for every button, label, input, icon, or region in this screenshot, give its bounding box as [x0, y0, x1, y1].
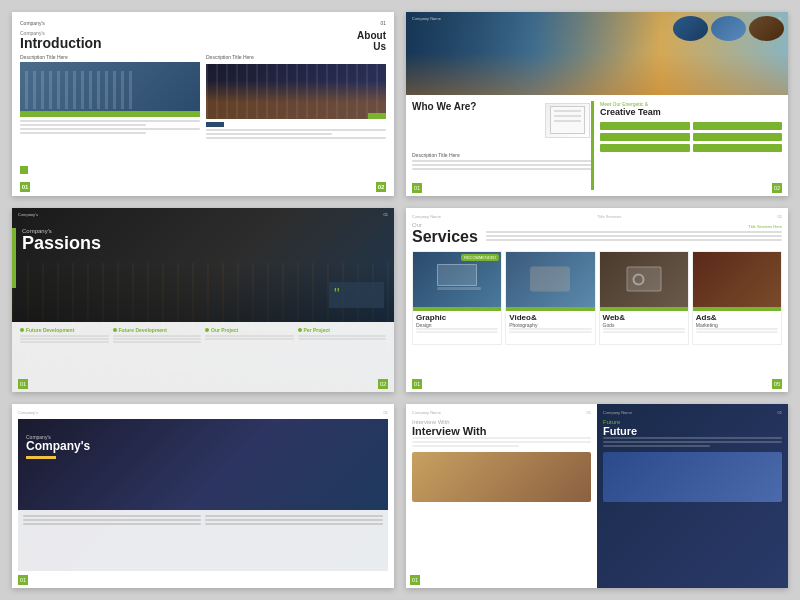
slide4-graphic-name: Graphic [416, 314, 498, 323]
slide2-pg-left: 01 [412, 183, 422, 193]
slide1-right-green-accent [368, 113, 386, 119]
slide3-col4-line-2 [298, 338, 387, 340]
slide1-street-overlay [206, 64, 386, 119]
slide2-team-grid [600, 122, 782, 152]
slide2-team-item-3 [600, 133, 690, 141]
slide5-line-4 [205, 515, 383, 517]
slide1-blue-accent [206, 122, 224, 127]
slide6-future-image [603, 452, 782, 502]
slide1-header: Company's 01 [20, 20, 386, 26]
slide4-services-desc: Title Services Here [486, 222, 782, 246]
slide-interview-future: Company Name 01 Interview With Interview… [406, 404, 788, 588]
slide4-recommended-badge: RECOMMENDED [461, 254, 499, 261]
slide3-passion-title-block: Company's Passions [22, 228, 101, 254]
slide2-page-numbers: 01 02 [412, 183, 782, 193]
slide4-graphic-text [416, 328, 498, 333]
slide6-il-line-3 [412, 445, 519, 447]
slide5-bottom-overlay [18, 510, 388, 571]
slide2-who-desc-title: Description Title Here [412, 152, 594, 158]
slide2-meet-label: Meet Our Energetic & [600, 101, 782, 107]
slide5-text-col-2 [205, 515, 383, 527]
slide4-camera-icon [626, 267, 661, 292]
slide3-col2-line-1 [113, 335, 202, 337]
slide2-notebook-inner [550, 106, 585, 134]
slide1-text-line-2 [20, 124, 146, 126]
slide4-video-name: Video& [509, 314, 591, 323]
slide6-future-panel: Company Name 01 Future Future [597, 404, 788, 588]
slide3-col-2: Future Development [113, 327, 202, 387]
slide4-desc-label: Title Services Here [486, 224, 782, 229]
slide4-graphic-line-1 [416, 328, 498, 330]
slide2-small-images [673, 16, 784, 41]
slide4-desc-lines [486, 231, 782, 241]
slide5-pg-badge: 01 [18, 575, 28, 585]
slide4-laptop-screen [437, 264, 477, 286]
slide1-text-line-1 [20, 120, 200, 122]
slide2-who-line-3 [412, 168, 594, 170]
slide3-col1-line-3 [20, 341, 109, 343]
slide4-laptop-base [437, 287, 481, 290]
slide3-header: Company's 01 [18, 212, 388, 217]
slide5-text-col-1 [23, 515, 201, 527]
slide3-col2-line-2 [113, 338, 202, 340]
slide3-col1-header: Future Development [20, 327, 109, 333]
slide6-company-name-dark: Company Name [603, 410, 632, 415]
slide3-pg-right: 02 [378, 379, 388, 389]
slide4-graphic-line-2 [416, 331, 498, 333]
slide6-fl-line-2 [603, 441, 782, 443]
slide2-thumb-1 [673, 16, 708, 41]
slide1-about-desc: Description Title Here [206, 54, 386, 60]
slide2-team-section: Meet Our Energetic & Creative Team [600, 101, 782, 190]
slide1-about-title: About Us [206, 30, 386, 52]
slide3-col2-line-3 [113, 341, 202, 343]
slide1-right-text-2 [206, 133, 332, 135]
slide3-col3-line-2 [205, 338, 294, 340]
slide4-web-line-1 [603, 328, 685, 330]
slide2-who-line-2 [412, 164, 594, 166]
slide3-green-accent [12, 228, 16, 288]
slide5-header: Company's 01 [18, 410, 388, 415]
slide4-video-line-1 [509, 328, 591, 330]
slide1-text-block [20, 120, 200, 134]
slide4-desc-line-3 [486, 239, 782, 241]
slide6-interview-image [412, 452, 591, 502]
slide6-interview-panel: Company Name 01 Interview With Interview… [406, 404, 597, 588]
slide3-col2-header: Future Development [113, 327, 202, 333]
slide5-company: Company's [18, 410, 38, 415]
slide5-line-1 [23, 515, 201, 517]
slide2-hero-section: Company Name 01 [406, 12, 788, 95]
slide1-right-text-block [206, 129, 386, 139]
slide1-footer-num-left: 01 [20, 182, 30, 192]
slide3-company-name: Company's [18, 212, 38, 217]
slide5-title-area: Company's Company's [26, 434, 90, 459]
slide-bottom-left: Company's 01 Company's Company's [12, 404, 394, 588]
slide5-line-6 [205, 523, 383, 525]
slide4-ads-line-1 [696, 328, 778, 330]
slide1-footer: 01 02 [20, 182, 386, 192]
slide6-pg-left: 01 [410, 575, 420, 585]
slide4-service-card-web: Web& Gods [599, 251, 689, 346]
slide6-page-num-right: 01 [778, 410, 782, 415]
slide2-thumb-2 [711, 16, 746, 41]
slide1-footer-num-right: 02 [376, 182, 386, 192]
slide1-page-number: 01 [380, 20, 386, 26]
slide4-services-title: Services [412, 228, 478, 246]
slide1-city-image [206, 64, 386, 119]
slide4-page-num: 01 [778, 214, 782, 219]
slide6-fl-line-1 [603, 437, 782, 439]
slide3-col3-label: Our Project [211, 327, 238, 333]
slide2-notebook-line-3 [554, 120, 581, 122]
slide3-col4-header: Per Project [298, 327, 387, 333]
slide3-col4-label: Per Project [304, 327, 330, 333]
slide3-col3-header: Our Project [205, 327, 294, 333]
slide1-desc-title: Description Title Here [20, 54, 200, 60]
slide1-right-text-1 [206, 129, 386, 131]
slide3-col3-dot [205, 328, 209, 332]
slide4-service-card-graphic: RECOMMENDED Graphic Design [412, 251, 502, 346]
slide3-col-3: Our Project [205, 327, 294, 387]
slide6-company-name: Company Name [412, 410, 441, 415]
slide3-col2-dot [113, 328, 117, 332]
slide4-services-grid: RECOMMENDED Graphic Design [412, 251, 782, 346]
slide3-col-4: Per Project [298, 327, 387, 387]
slide3-col1-label: Future Development [26, 327, 74, 333]
